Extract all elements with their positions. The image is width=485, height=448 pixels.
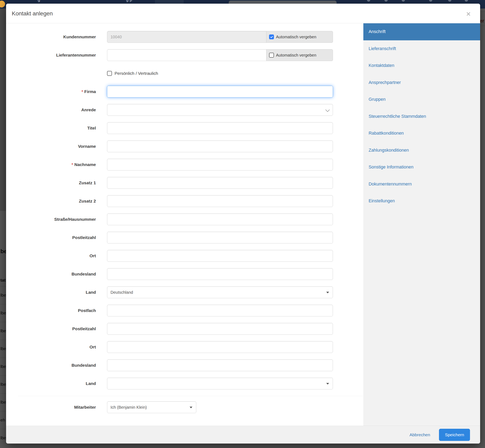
- form-row-anrede: Anrede: [18, 104, 363, 116]
- addon-label: Automatisch vergeben: [276, 53, 316, 57]
- nachname-input[interactable]: [107, 159, 333, 170]
- form-row-postleitzahl: Postleitzahl: [18, 232, 363, 243]
- sidebar-item-sonstige-informationen[interactable]: Sonstige Informationen: [363, 159, 480, 176]
- modal-title: Kontakt anlegen: [12, 10, 53, 17]
- zusatz1-input[interactable]: [107, 177, 333, 189]
- modal-footer: Abbrechen Speichern: [6, 426, 480, 444]
- sidebar-item-kontaktdaten[interactable]: Kontaktdaten: [363, 57, 480, 74]
- postleitzahl-input[interactable]: [107, 232, 333, 243]
- form-row-persoenlich: Persönlich / Vertraulich: [18, 67, 363, 79]
- navbar-icon[interactable]: [367, 0, 370, 2]
- field-label: Kundennummer: [18, 34, 96, 39]
- persoenlich-vertraulich-checkbox[interactable]: Persönlich / Vertraulich: [107, 71, 158, 76]
- form-row-kundennummer: Kundennummer Automatisch vergeben: [18, 31, 363, 43]
- sidebar-item-dokumentennummern[interactable]: Dokumentennummern: [363, 176, 480, 193]
- field-label: Zusatz 1: [18, 180, 96, 185]
- form-row-ort-2: Ort: [18, 341, 363, 353]
- navbar-menu-fragment[interactable]: g: [38, 0, 40, 2]
- form-row-nachname: *Nachname: [18, 159, 363, 170]
- navbar-icon[interactable]: [402, 0, 405, 2]
- land-select[interactable]: Deutschland: [107, 287, 333, 298]
- check-icon: [270, 35, 273, 39]
- navbar-icon[interactable]: [429, 0, 432, 2]
- checkbox-unchecked-icon[interactable]: [269, 53, 274, 57]
- sidebar-item-rabattkonditionen[interactable]: Rabattkonditionen: [363, 125, 480, 142]
- form-row-lieferantennummer: Lieferantennummer Automatisch vergeben: [18, 49, 363, 61]
- caret-down-icon: [326, 383, 329, 384]
- form-row-titel: Titel: [18, 122, 363, 134]
- field-label: Postleitzahl: [18, 326, 96, 331]
- chevron-down-icon: [325, 108, 330, 112]
- postleitzahl-2-input[interactable]: [107, 323, 333, 335]
- sidebar-item-gruppen[interactable]: Gruppen: [363, 91, 480, 108]
- create-contact-modal: Kontakt anlegen ✕ Kundennummer Automatis…: [6, 4, 480, 444]
- kundennummer-input[interactable]: [107, 31, 267, 43]
- form-row-zusatz2: Zusatz 2: [18, 195, 363, 207]
- form-row-bundesland: Bundesland: [18, 268, 363, 280]
- ort-2-input[interactable]: [107, 341, 333, 353]
- field-label: Anrede: [18, 107, 96, 112]
- mitarbeiter-select[interactable]: Ich (Benjamin Klein): [107, 401, 196, 413]
- field-label: Ort: [18, 253, 96, 258]
- sidebar-item-lieferanschrift[interactable]: Lieferanschrift: [363, 40, 480, 57]
- field-label: *Nachname: [18, 162, 96, 167]
- vorname-input[interactable]: [107, 140, 333, 152]
- titel-input[interactable]: [107, 122, 333, 134]
- addon-label: Automatisch vergeben: [276, 35, 316, 39]
- form-section-divider: [18, 396, 364, 396]
- checkbox-checked-icon[interactable]: [269, 34, 274, 39]
- field-label: Postfach: [18, 308, 96, 313]
- sidebar-item-ansprechpartner[interactable]: Ansprechpartner: [363, 74, 480, 91]
- field-label: Titel: [18, 126, 96, 131]
- field-label: Mitarbeiter: [18, 405, 96, 410]
- field-label: Bundesland: [18, 272, 96, 277]
- caret-down-icon: [326, 292, 329, 293]
- field-label: Zusatz 2: [18, 199, 96, 204]
- form-row-bundesland-2: Bundesland: [18, 360, 363, 371]
- ort-input[interactable]: [107, 250, 333, 262]
- close-icon[interactable]: ✕: [466, 11, 471, 17]
- field-label: Land: [18, 381, 96, 386]
- firma-input[interactable]: [107, 86, 333, 97]
- field-label: Vorname: [18, 144, 96, 149]
- form-row-land: Land Deutschland: [18, 287, 363, 298]
- field-label: Straße/Hausnummer: [18, 217, 96, 222]
- field-label: Bundesland: [18, 363, 96, 368]
- form-row-postleitzahl-2: Postleitzahl: [18, 323, 363, 335]
- navbar-icon[interactable]: [384, 0, 388, 2]
- save-button[interactable]: Speichern: [439, 429, 470, 441]
- cancel-button[interactable]: Abbrechen: [408, 432, 431, 438]
- form-row-ort: Ort: [18, 250, 363, 262]
- form-row-vorname: Vorname: [18, 140, 363, 152]
- bundesland-2-input[interactable]: [107, 360, 333, 371]
- zusatz2-input[interactable]: [107, 195, 333, 207]
- form-row-postfach: Postfach: [18, 305, 363, 316]
- sidebar-item-einstellungen[interactable]: Einstellungen: [363, 192, 480, 210]
- checkbox-label: Persönlich / Vertraulich: [114, 71, 158, 76]
- form-row-firma: *Firma: [18, 86, 363, 97]
- form-row-land-2: Land: [18, 378, 363, 389]
- navbar-menu-fragment[interactable]: g p: [126, 0, 132, 2]
- form-row-mitarbeiter: Mitarbeiter Ich (Benjamin Klein): [18, 401, 363, 413]
- land-2-select[interactable]: [107, 378, 333, 389]
- select-value: Deutschland: [111, 290, 133, 295]
- field-label: Postleitzahl: [18, 235, 96, 240]
- auto-assign-toggle[interactable]: Automatisch vergeben: [267, 31, 333, 43]
- sidebar-item-steuerrechtliche-stammdaten[interactable]: Steuerrechtliche Stammdaten: [363, 108, 480, 125]
- required-marker: *: [72, 162, 73, 167]
- sidebar-item-zahlungskonditionen[interactable]: Zahlungskonditionen: [363, 142, 480, 159]
- bundesland-input[interactable]: [107, 268, 333, 280]
- field-label: Lieferantennummer: [18, 53, 96, 57]
- lieferantennummer-input[interactable]: [107, 49, 267, 61]
- navbar-icon[interactable]: [448, 0, 451, 2]
- navbar-icon[interactable]: [465, 0, 468, 2]
- postfach-input[interactable]: [107, 305, 333, 316]
- strasse-input[interactable]: [107, 214, 333, 225]
- sidebar-item-anschrift[interactable]: Anschrift: [363, 23, 480, 40]
- modal-sidebar: Anschrift Lieferanschrift Kontaktdaten A…: [363, 23, 480, 426]
- app-logo[interactable]: [0, 1, 5, 8]
- caret-down-icon: [190, 407, 192, 408]
- anrede-select[interactable]: [107, 104, 333, 116]
- checkbox-unchecked-icon[interactable]: [107, 71, 112, 76]
- auto-assign-toggle[interactable]: Automatisch vergeben: [267, 49, 333, 61]
